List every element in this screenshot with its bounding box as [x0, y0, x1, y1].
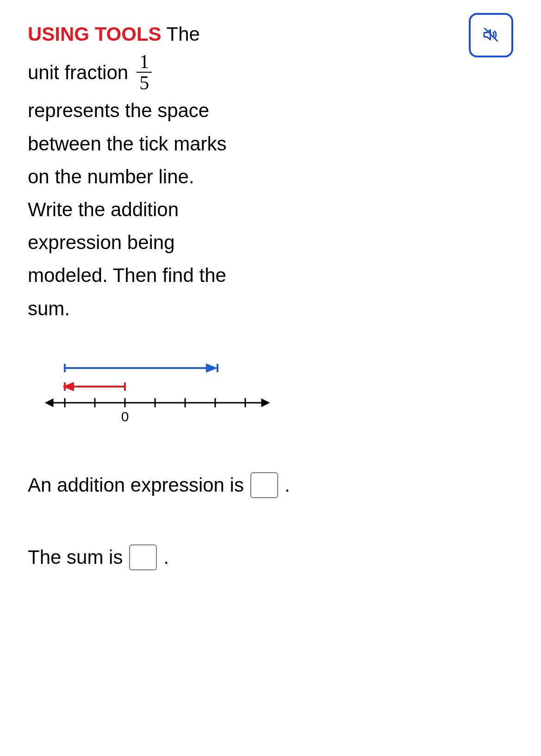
tick-label-zero: 0	[121, 409, 129, 421]
fraction-numerator: 1	[137, 51, 152, 72]
svg-marker-17	[207, 365, 215, 371]
svg-marker-3	[262, 400, 268, 406]
prompt-word-the: The	[167, 23, 200, 45]
answer-sum-row: The sum is .	[28, 544, 513, 570]
audio-button[interactable]	[469, 13, 513, 57]
svg-marker-12	[65, 383, 73, 390]
audio-muted-icon	[483, 26, 499, 44]
prompt-unit-fraction: unit fraction	[28, 57, 128, 88]
period-2: .	[163, 546, 169, 569]
period-1: .	[285, 474, 290, 496]
heading: USING TOOLS	[28, 23, 162, 45]
expression-label: An addition expression is	[28, 474, 244, 496]
sum-label: The sum is	[28, 546, 123, 569]
question-prompt: USING TOOLS The unit fraction 1 5 repres…	[28, 19, 315, 324]
fraction-denominator: 5	[137, 73, 152, 93]
svg-marker-2	[46, 400, 53, 406]
prompt-line-6: modeled. Then find the	[28, 260, 315, 291]
answer-expression-row: An addition expression is .	[28, 472, 513, 498]
prompt-line-2: between the tick marks	[28, 128, 315, 159]
prompt-line-7: sum.	[28, 293, 315, 324]
sum-input[interactable]	[129, 544, 157, 570]
red-vector	[65, 382, 125, 391]
prompt-line-5: expression being	[28, 227, 315, 258]
prompt-line-3: on the number line.	[28, 161, 315, 192]
prompt-line-4: Write the addition	[28, 194, 315, 225]
expression-input[interactable]	[250, 472, 278, 498]
number-line-diagram: 0	[37, 347, 278, 421]
fraction-one-fifth: 1 5	[137, 51, 152, 93]
prompt-line-1: represents the space	[28, 95, 315, 126]
blue-vector	[65, 364, 218, 372]
